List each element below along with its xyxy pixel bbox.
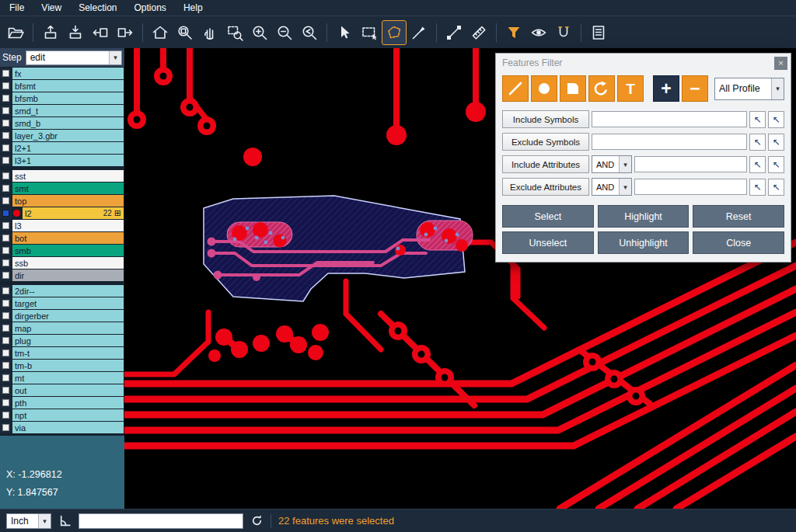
layer-row-npt[interactable]: npt (0, 409, 124, 421)
layer-row-layer_3.gbr[interactable]: layer_3.gbr (0, 130, 124, 141)
layer-visibility-checkbox[interactable] (0, 207, 12, 219)
features-filter-button[interactable] (502, 21, 525, 44)
layer-row-fx[interactable]: fx (0, 68, 124, 79)
layer-visibility-checkbox[interactable] (0, 105, 12, 116)
measure-line-button[interactable] (442, 21, 466, 44)
ruler-button[interactable] (467, 21, 491, 44)
layer-row-mt[interactable]: mt (0, 372, 124, 384)
layer-row-via[interactable]: via (0, 422, 124, 433)
layer-name-chip[interactable]: ssb (12, 257, 124, 269)
pick-symbol-add-button[interactable]: ↖ (768, 134, 784, 151)
home-view-button[interactable] (148, 21, 172, 44)
layer-row-pth[interactable]: pth (0, 397, 124, 409)
layer-row-top[interactable]: top (0, 195, 124, 207)
layer-name-chip[interactable]: layer_3.gbr (12, 130, 124, 141)
include-attributes-logic-select[interactable]: AND ▾ (592, 155, 632, 173)
filter-pad-button[interactable] (531, 75, 557, 102)
menu-item-selection[interactable]: Selection (72, 1, 123, 15)
exclude-attributes-button[interactable]: Exclude Attributes (502, 178, 589, 196)
highlight-button[interactable]: Highlight (598, 205, 690, 228)
layer-visibility-checkbox[interactable] (0, 322, 12, 334)
layer-visibility-checkbox[interactable] (0, 285, 12, 297)
layer-row-smt[interactable]: smt (0, 183, 124, 194)
menu-item-file[interactable]: File (3, 1, 30, 15)
step-forward-button[interactable] (113, 21, 137, 44)
layer-visibility-checkbox[interactable] (0, 347, 12, 359)
layer-name-chip[interactable]: smd_b (12, 117, 124, 129)
filter-text-button[interactable]: T (617, 75, 644, 102)
layer-name-chip[interactable]: tm-t (12, 347, 124, 359)
layer-visibility-checkbox[interactable] (0, 220, 12, 231)
layer-row-l3[interactable]: l3 (0, 220, 124, 231)
layer-row-l3+1[interactable]: l3+1 (0, 155, 124, 166)
step-back-button[interactable] (89, 21, 112, 44)
layer-visibility-checkbox[interactable] (0, 117, 12, 129)
filter-arc-button[interactable] (588, 75, 615, 102)
layer-visibility-checkbox[interactable] (0, 155, 12, 166)
pick-attribute-add-button[interactable]: ↖ (768, 156, 784, 173)
layer-visibility-checkbox[interactable] (0, 232, 12, 244)
include-attributes-button[interactable]: Include Attributes (502, 155, 589, 173)
layer-row-2dir--[interactable]: 2dir-- (0, 285, 124, 297)
layer-row-plug[interactable]: plug (0, 335, 124, 346)
filter-positive-button[interactable]: + (653, 75, 679, 102)
include-symbols-button[interactable]: Include Symbols (502, 110, 589, 128)
layer-visibility-checkbox[interactable] (0, 397, 12, 409)
layer-visibility-checkbox[interactable] (0, 372, 12, 384)
close-button[interactable]: Close (693, 231, 784, 254)
zoom-window-button[interactable] (223, 21, 246, 44)
layer-name-chip[interactable]: fx (12, 68, 124, 79)
filter-surface-button[interactable] (560, 75, 586, 102)
pick-attribute-button[interactable]: ↖ (749, 156, 766, 173)
layer-visibility-checkbox[interactable] (0, 68, 12, 79)
layer-visibility-checkbox[interactable] (0, 310, 12, 322)
report-button[interactable] (587, 21, 610, 44)
layer-row-out[interactable]: out (0, 384, 124, 396)
pick-symbol-button[interactable]: ↖ (749, 111, 766, 128)
layer-row-l2[interactable]: l222⊞ (0, 207, 124, 219)
layer-visibility-checkbox[interactable] (0, 257, 12, 269)
layer-name-chip[interactable]: top (12, 195, 124, 207)
layer-visibility-checkbox[interactable] (0, 360, 12, 371)
profile-select[interactable]: All Profile ▾ (714, 78, 784, 100)
layer-row-smb[interactable]: smb (0, 245, 124, 256)
zoom-out-button[interactable] (273, 21, 296, 44)
layer-visibility-checkbox[interactable] (0, 422, 12, 433)
layer-row-smd_b[interactable]: smd_b (0, 117, 124, 129)
step-select[interactable]: edit ▾ (26, 50, 122, 65)
pick-symbol-button[interactable]: ↖ (749, 134, 766, 151)
unhighlight-button[interactable]: Unhighlight (598, 231, 690, 254)
layer-name-chip[interactable]: mt (12, 372, 124, 384)
layer-name-chip[interactable]: tm-b (12, 360, 124, 371)
pick-attribute-add-button[interactable]: ↖ (768, 179, 784, 196)
layer-name-chip[interactable]: smt (12, 183, 124, 194)
filter-line-button[interactable] (502, 75, 529, 102)
layer-name-chip[interactable]: out (12, 384, 124, 396)
layer-visibility-checkbox[interactable] (0, 80, 12, 92)
zoom-previous-button[interactable] (298, 21, 321, 44)
layer-row-bfsmb[interactable]: bfsmb (0, 92, 124, 104)
layer-row-tm-b[interactable]: tm-b (0, 360, 124, 371)
layer-row-bot[interactable]: bot (0, 232, 124, 244)
export-step-button[interactable] (39, 21, 62, 44)
menu-item-help[interactable]: Help (177, 1, 209, 15)
include-symbols-input[interactable] (592, 111, 747, 127)
include-attributes-input[interactable] (634, 156, 747, 172)
menu-item-options[interactable]: Options (128, 1, 173, 15)
rect-select-button[interactable] (358, 21, 381, 44)
layer-name-chip[interactable]: sst (12, 170, 124, 182)
snap-button[interactable] (552, 21, 575, 44)
layer-visibility-checkbox[interactable] (0, 142, 12, 154)
layer-visibility-checkbox[interactable] (0, 245, 12, 256)
layer-name-chip[interactable]: dirgerber (12, 310, 124, 322)
layer-row-smd_t[interactable]: smd_t (0, 105, 124, 116)
layer-name-chip[interactable]: map (12, 322, 124, 334)
layer-name-chip[interactable]: via (12, 422, 124, 433)
select-button[interactable]: Select (502, 205, 594, 228)
layer-visibility-checkbox[interactable] (0, 335, 12, 346)
layer-row-dirgerber[interactable]: dirgerber (0, 310, 124, 322)
layer-row-l2+1[interactable]: l2+1 (0, 142, 124, 154)
layer-row-dir[interactable]: dir (0, 269, 124, 281)
layer-name-chip[interactable]: l2+1 (12, 142, 124, 154)
layer-visibility-checkbox[interactable] (0, 183, 12, 194)
